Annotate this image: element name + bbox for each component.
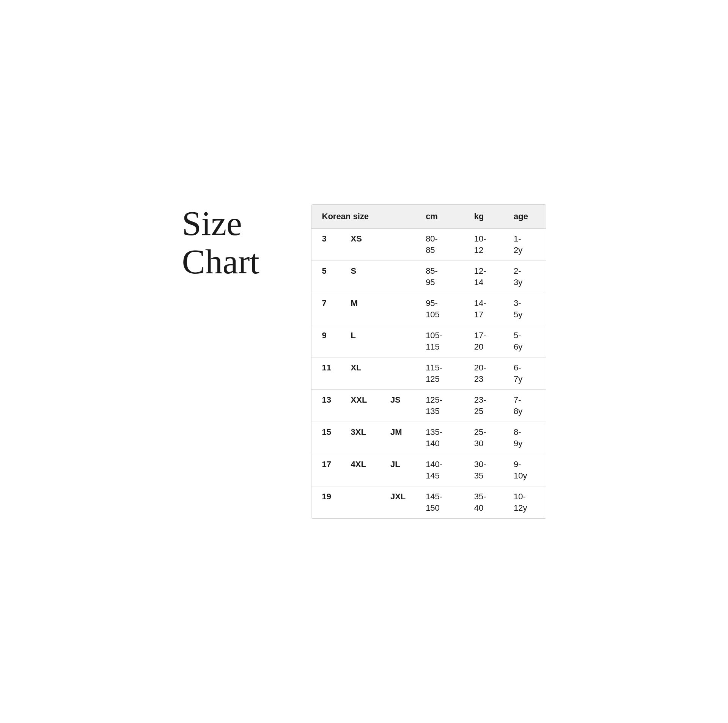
cell-kg: 30- 35: [467, 454, 506, 486]
cell-kg: 14- 17: [467, 293, 506, 325]
cell-num: 3: [311, 229, 343, 261]
header-cm: cm: [418, 205, 467, 229]
cell-size2: [383, 293, 418, 325]
cell-cm: 85- 95: [418, 261, 467, 293]
cell-age: 5- 6y: [506, 325, 546, 358]
header-kg: kg: [467, 205, 506, 229]
cell-cm: 105- 115: [418, 325, 467, 358]
cell-num: 13: [311, 390, 343, 422]
cell-kg: 17- 20: [467, 325, 506, 358]
page-container: Size Chart Korean size cm kg age 3 XS 80…: [159, 182, 569, 541]
cell-cm: 125- 135: [418, 390, 467, 422]
cell-kg: 25- 30: [467, 422, 506, 454]
cell-size1: M: [343, 293, 383, 325]
cell-age: 7- 8y: [506, 390, 546, 422]
cell-size1: 4XL: [343, 454, 383, 486]
cell-size1: XS: [343, 229, 383, 261]
header-korean-size: Korean size: [311, 205, 418, 229]
cell-num: 7: [311, 293, 343, 325]
table-row: 5 S 85- 95 12- 14 2- 3y: [311, 261, 546, 293]
cell-age: 10- 12y: [506, 486, 546, 519]
title-line2: Chart: [182, 242, 259, 281]
cell-size2: JXL: [383, 486, 418, 519]
cell-num: 15: [311, 422, 343, 454]
table-row: 13 XXL JS 125- 135 23- 25 7- 8y: [311, 390, 546, 422]
cell-size1: XL: [343, 358, 383, 390]
header-age: age: [506, 205, 546, 229]
cell-size1: S: [343, 261, 383, 293]
cell-age: 9- 10y: [506, 454, 546, 486]
cell-size2: JS: [383, 390, 418, 422]
cell-size1: XXL: [343, 390, 383, 422]
cell-kg: 35- 40: [467, 486, 506, 519]
cell-size2: [383, 325, 418, 358]
cell-kg: 10- 12: [467, 229, 506, 261]
cell-size1: L: [343, 325, 383, 358]
cell-age: 6- 7y: [506, 358, 546, 390]
page-title: Size Chart: [182, 204, 281, 281]
title-section: Size Chart: [182, 204, 281, 281]
cell-size2: [383, 261, 418, 293]
cell-cm: 95- 105: [418, 293, 467, 325]
cell-cm: 140- 145: [418, 454, 467, 486]
table-row: 3 XS 80- 85 10- 12 1- 2y: [311, 229, 546, 261]
cell-cm: 135- 140: [418, 422, 467, 454]
cell-num: 9: [311, 325, 343, 358]
table-row: 19 JXL 145- 150 35- 40 10- 12y: [311, 486, 546, 519]
cell-age: 3- 5y: [506, 293, 546, 325]
cell-size2: JM: [383, 422, 418, 454]
table-row: 9 L 105- 115 17- 20 5- 6y: [311, 325, 546, 358]
cell-num: 11: [311, 358, 343, 390]
table-row: 15 3XL JM 135- 140 25- 30 8- 9y: [311, 422, 546, 454]
cell-kg: 20- 23: [467, 358, 506, 390]
cell-size1: 3XL: [343, 422, 383, 454]
title-line1: Size: [182, 204, 242, 243]
cell-size1: [343, 486, 383, 519]
cell-num: 5: [311, 261, 343, 293]
cell-age: 2- 3y: [506, 261, 546, 293]
cell-age: 1- 2y: [506, 229, 546, 261]
cell-size2: JL: [383, 454, 418, 486]
cell-num: 17: [311, 454, 343, 486]
cell-cm: 145- 150: [418, 486, 467, 519]
cell-age: 8- 9y: [506, 422, 546, 454]
cell-kg: 23- 25: [467, 390, 506, 422]
table-row: 17 4XL JL 140- 145 30- 35 9- 10y: [311, 454, 546, 486]
cell-cm: 80- 85: [418, 229, 467, 261]
size-chart-table-wrapper: Korean size cm kg age 3 XS 80- 85 10-: [311, 204, 546, 519]
cell-size2: [383, 358, 418, 390]
cell-num: 19: [311, 486, 343, 519]
size-chart-table: Korean size cm kg age 3 XS 80- 85 10-: [311, 205, 546, 518]
cell-cm: 115- 125: [418, 358, 467, 390]
table-row: 11 XL 115- 125 20- 23 6- 7y: [311, 358, 546, 390]
table-header-row: Korean size cm kg age: [311, 205, 546, 229]
cell-kg: 12- 14: [467, 261, 506, 293]
table-row: 7 M 95- 105 14- 17 3- 5y: [311, 293, 546, 325]
cell-size2: [383, 229, 418, 261]
